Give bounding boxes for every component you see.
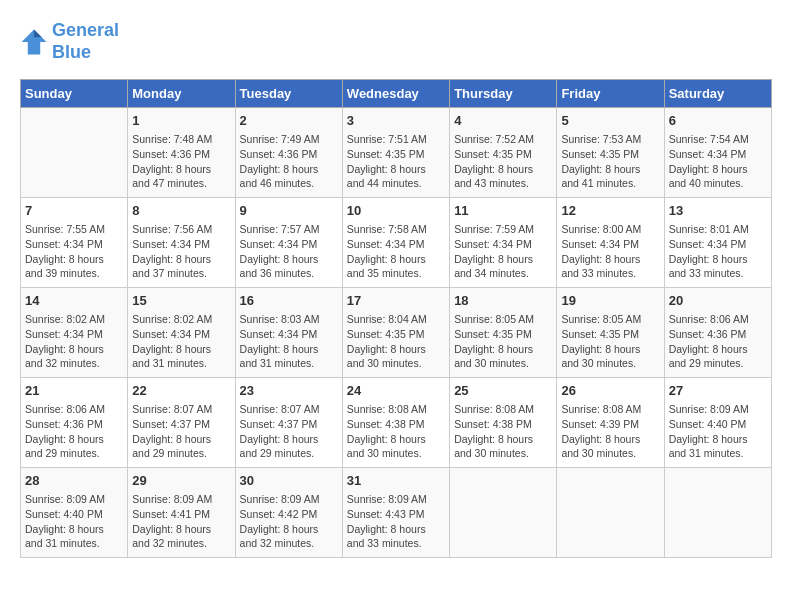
col-header-friday: Friday [557, 80, 664, 108]
day-info: Sunrise: 7:58 AM Sunset: 4:34 PM Dayligh… [347, 222, 445, 281]
day-number: 23 [240, 382, 338, 400]
day-cell: 10Sunrise: 7:58 AM Sunset: 4:34 PM Dayli… [342, 198, 449, 288]
day-cell: 8Sunrise: 7:56 AM Sunset: 4:34 PM Daylig… [128, 198, 235, 288]
day-cell: 31Sunrise: 8:09 AM Sunset: 4:43 PM Dayli… [342, 468, 449, 558]
day-info: Sunrise: 8:08 AM Sunset: 4:39 PM Dayligh… [561, 402, 659, 461]
day-number: 6 [669, 112, 767, 130]
day-cell: 14Sunrise: 8:02 AM Sunset: 4:34 PM Dayli… [21, 288, 128, 378]
day-info: Sunrise: 8:01 AM Sunset: 4:34 PM Dayligh… [669, 222, 767, 281]
day-info: Sunrise: 7:59 AM Sunset: 4:34 PM Dayligh… [454, 222, 552, 281]
header-row: SundayMondayTuesdayWednesdayThursdayFrid… [21, 80, 772, 108]
day-info: Sunrise: 8:08 AM Sunset: 4:38 PM Dayligh… [347, 402, 445, 461]
day-info: Sunrise: 8:03 AM Sunset: 4:34 PM Dayligh… [240, 312, 338, 371]
col-header-monday: Monday [128, 80, 235, 108]
day-info: Sunrise: 8:09 AM Sunset: 4:42 PM Dayligh… [240, 492, 338, 551]
day-info: Sunrise: 8:05 AM Sunset: 4:35 PM Dayligh… [454, 312, 552, 371]
day-info: Sunrise: 7:48 AM Sunset: 4:36 PM Dayligh… [132, 132, 230, 191]
day-number: 20 [669, 292, 767, 310]
day-info: Sunrise: 8:02 AM Sunset: 4:34 PM Dayligh… [25, 312, 123, 371]
day-number: 24 [347, 382, 445, 400]
day-cell: 25Sunrise: 8:08 AM Sunset: 4:38 PM Dayli… [450, 378, 557, 468]
day-number: 15 [132, 292, 230, 310]
day-number: 4 [454, 112, 552, 130]
day-cell: 20Sunrise: 8:06 AM Sunset: 4:36 PM Dayli… [664, 288, 771, 378]
day-number: 28 [25, 472, 123, 490]
day-cell: 4Sunrise: 7:52 AM Sunset: 4:35 PM Daylig… [450, 108, 557, 198]
day-number: 8 [132, 202, 230, 220]
day-number: 31 [347, 472, 445, 490]
day-cell [450, 468, 557, 558]
week-row-2: 7Sunrise: 7:55 AM Sunset: 4:34 PM Daylig… [21, 198, 772, 288]
day-number: 29 [132, 472, 230, 490]
day-cell: 21Sunrise: 8:06 AM Sunset: 4:36 PM Dayli… [21, 378, 128, 468]
day-number: 30 [240, 472, 338, 490]
day-cell: 2Sunrise: 7:49 AM Sunset: 4:36 PM Daylig… [235, 108, 342, 198]
day-info: Sunrise: 8:00 AM Sunset: 4:34 PM Dayligh… [561, 222, 659, 281]
day-cell: 24Sunrise: 8:08 AM Sunset: 4:38 PM Dayli… [342, 378, 449, 468]
day-info: Sunrise: 8:02 AM Sunset: 4:34 PM Dayligh… [132, 312, 230, 371]
page-header: General Blue [20, 20, 772, 63]
day-number: 19 [561, 292, 659, 310]
day-cell: 5Sunrise: 7:53 AM Sunset: 4:35 PM Daylig… [557, 108, 664, 198]
day-number: 16 [240, 292, 338, 310]
day-number: 7 [25, 202, 123, 220]
day-info: Sunrise: 8:07 AM Sunset: 4:37 PM Dayligh… [132, 402, 230, 461]
day-cell: 22Sunrise: 8:07 AM Sunset: 4:37 PM Dayli… [128, 378, 235, 468]
day-cell [664, 468, 771, 558]
col-header-sunday: Sunday [21, 80, 128, 108]
col-header-wednesday: Wednesday [342, 80, 449, 108]
day-cell: 9Sunrise: 7:57 AM Sunset: 4:34 PM Daylig… [235, 198, 342, 288]
day-info: Sunrise: 7:49 AM Sunset: 4:36 PM Dayligh… [240, 132, 338, 191]
day-number: 12 [561, 202, 659, 220]
day-cell: 29Sunrise: 8:09 AM Sunset: 4:41 PM Dayli… [128, 468, 235, 558]
day-info: Sunrise: 7:53 AM Sunset: 4:35 PM Dayligh… [561, 132, 659, 191]
day-cell: 17Sunrise: 8:04 AM Sunset: 4:35 PM Dayli… [342, 288, 449, 378]
week-row-3: 14Sunrise: 8:02 AM Sunset: 4:34 PM Dayli… [21, 288, 772, 378]
day-info: Sunrise: 7:52 AM Sunset: 4:35 PM Dayligh… [454, 132, 552, 191]
day-cell: 3Sunrise: 7:51 AM Sunset: 4:35 PM Daylig… [342, 108, 449, 198]
day-number: 13 [669, 202, 767, 220]
day-number: 2 [240, 112, 338, 130]
day-number: 18 [454, 292, 552, 310]
day-cell: 19Sunrise: 8:05 AM Sunset: 4:35 PM Dayli… [557, 288, 664, 378]
day-cell: 13Sunrise: 8:01 AM Sunset: 4:34 PM Dayli… [664, 198, 771, 288]
day-cell: 15Sunrise: 8:02 AM Sunset: 4:34 PM Dayli… [128, 288, 235, 378]
day-number: 22 [132, 382, 230, 400]
day-info: Sunrise: 8:08 AM Sunset: 4:38 PM Dayligh… [454, 402, 552, 461]
day-number: 21 [25, 382, 123, 400]
day-cell: 6Sunrise: 7:54 AM Sunset: 4:34 PM Daylig… [664, 108, 771, 198]
day-cell: 30Sunrise: 8:09 AM Sunset: 4:42 PM Dayli… [235, 468, 342, 558]
calendar-table: SundayMondayTuesdayWednesdayThursdayFrid… [20, 79, 772, 558]
day-number: 11 [454, 202, 552, 220]
day-cell [21, 108, 128, 198]
day-cell: 26Sunrise: 8:08 AM Sunset: 4:39 PM Dayli… [557, 378, 664, 468]
day-number: 5 [561, 112, 659, 130]
day-cell: 23Sunrise: 8:07 AM Sunset: 4:37 PM Dayli… [235, 378, 342, 468]
week-row-5: 28Sunrise: 8:09 AM Sunset: 4:40 PM Dayli… [21, 468, 772, 558]
col-header-tuesday: Tuesday [235, 80, 342, 108]
day-cell: 12Sunrise: 8:00 AM Sunset: 4:34 PM Dayli… [557, 198, 664, 288]
svg-marker-1 [34, 29, 42, 37]
day-number: 26 [561, 382, 659, 400]
day-info: Sunrise: 8:09 AM Sunset: 4:41 PM Dayligh… [132, 492, 230, 551]
day-info: Sunrise: 8:06 AM Sunset: 4:36 PM Dayligh… [669, 312, 767, 371]
day-number: 27 [669, 382, 767, 400]
day-info: Sunrise: 8:06 AM Sunset: 4:36 PM Dayligh… [25, 402, 123, 461]
day-info: Sunrise: 7:51 AM Sunset: 4:35 PM Dayligh… [347, 132, 445, 191]
day-cell: 16Sunrise: 8:03 AM Sunset: 4:34 PM Dayli… [235, 288, 342, 378]
day-info: Sunrise: 8:04 AM Sunset: 4:35 PM Dayligh… [347, 312, 445, 371]
day-info: Sunrise: 7:57 AM Sunset: 4:34 PM Dayligh… [240, 222, 338, 281]
logo-icon [20, 28, 48, 56]
day-cell: 11Sunrise: 7:59 AM Sunset: 4:34 PM Dayli… [450, 198, 557, 288]
day-number: 3 [347, 112, 445, 130]
day-info: Sunrise: 7:54 AM Sunset: 4:34 PM Dayligh… [669, 132, 767, 191]
day-cell: 18Sunrise: 8:05 AM Sunset: 4:35 PM Dayli… [450, 288, 557, 378]
week-row-1: 1Sunrise: 7:48 AM Sunset: 4:36 PM Daylig… [21, 108, 772, 198]
day-number: 25 [454, 382, 552, 400]
day-info: Sunrise: 8:09 AM Sunset: 4:40 PM Dayligh… [669, 402, 767, 461]
day-number: 14 [25, 292, 123, 310]
day-number: 17 [347, 292, 445, 310]
day-cell: 1Sunrise: 7:48 AM Sunset: 4:36 PM Daylig… [128, 108, 235, 198]
day-cell: 7Sunrise: 7:55 AM Sunset: 4:34 PM Daylig… [21, 198, 128, 288]
day-info: Sunrise: 7:55 AM Sunset: 4:34 PM Dayligh… [25, 222, 123, 281]
